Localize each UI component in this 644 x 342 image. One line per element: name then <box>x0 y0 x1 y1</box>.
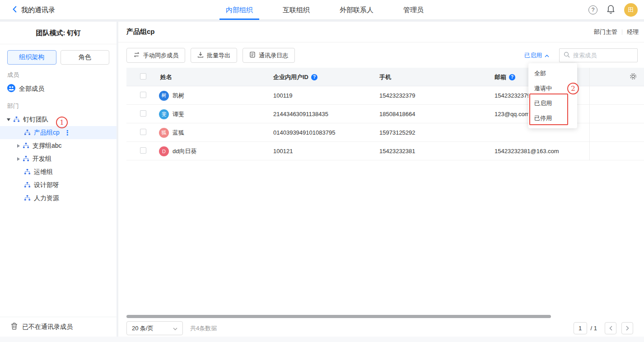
role-tab[interactable]: 角色 <box>61 50 110 65</box>
tree-item-label: 钉钉团队 <box>23 116 48 124</box>
manager-link[interactable]: 经理 <box>627 28 639 36</box>
avatar: 树 <box>159 91 169 101</box>
batch-export-label: 批量导出 <box>207 52 230 60</box>
tree-item-ops-group[interactable]: 运维组 <box>0 165 117 178</box>
tree-item-product-group[interactable]: 产品组cp ⋮ <box>0 126 117 139</box>
table-footer: 20 条/页 共4条数据 / 1 <box>126 321 633 336</box>
tree-item-label: 设计部呀 <box>34 181 59 189</box>
chevron-down-icon <box>173 325 177 332</box>
col-phone: 手机 <box>379 74 391 80</box>
department-icon <box>23 142 29 150</box>
tree-item-label: 支撑组abc <box>33 142 62 150</box>
chevron-up-icon <box>545 52 549 59</box>
page-size-select[interactable]: 20 条/页 <box>126 321 183 335</box>
horizontal-scrollbar[interactable] <box>126 315 551 318</box>
divider <box>622 29 622 35</box>
row-checkbox[interactable] <box>140 110 146 117</box>
member-user-id: 0140393949101083795 <box>273 129 335 136</box>
department-icon <box>24 129 30 136</box>
help-badge-icon[interactable]: ? <box>311 74 317 80</box>
download-icon <box>197 52 204 59</box>
tab-label: 内部组织 <box>226 6 253 14</box>
filter-option-all[interactable]: 全部 <box>528 66 577 81</box>
bottom-gutter <box>0 337 644 342</box>
search-input[interactable] <box>573 52 627 59</box>
avatar: 狐 <box>159 128 169 138</box>
tree-item-support-group[interactable]: 支撑组abc <box>0 139 117 152</box>
member-name: 凯树 <box>173 92 184 100</box>
tree-item-design-dept[interactable]: 设计部呀 <box>0 178 117 192</box>
chevron-left-icon <box>13 6 17 14</box>
more-menu-icon[interactable]: ⋮ <box>64 129 71 137</box>
member-phone: 15423232381 <box>379 148 415 155</box>
tree-item-dingding-team[interactable]: 钉钉团队 <box>0 113 117 126</box>
main-panel: 产品组cp 部门主管 经理 手动同步成员 批量导出 <box>118 22 644 337</box>
tree-item-dev-group[interactable]: 开发组 <box>0 152 117 165</box>
contact-log-button[interactable]: 通讯录日志 <box>243 48 295 63</box>
caret-down-icon[interactable] <box>7 118 10 121</box>
department-icon <box>14 116 19 123</box>
back-label: 我的通讯录 <box>21 6 55 14</box>
dept-manager-link[interactable]: 部门主管 <box>594 28 617 36</box>
member-user-id: 21443463091138435 <box>273 111 328 117</box>
avatar: D <box>159 146 169 156</box>
member-phone: 15973125292 <box>379 129 415 136</box>
next-page-button[interactable] <box>621 322 633 334</box>
tab-connected-org[interactable]: 互联组织 <box>276 0 316 20</box>
topbar-actions: ? 田 <box>588 0 638 20</box>
filter-option-inviting[interactable]: 邀请中 <box>528 81 577 96</box>
page-total-label: / 1 <box>591 325 597 332</box>
member-email: 123@qq.com <box>495 111 530 117</box>
page-size-value: 20 条/页 <box>132 324 154 333</box>
caret-right-icon[interactable] <box>17 157 20 161</box>
batch-export-button[interactable]: 批量导出 <box>191 48 237 63</box>
departments-section-label: 部门 <box>7 102 109 110</box>
help-badge-icon[interactable]: ? <box>509 74 515 80</box>
filter-option-enabled[interactable]: 已启用 <box>528 96 577 111</box>
sidebar-item-all-members[interactable]: 全部成员 <box>0 82 117 96</box>
member-email: 15423232381@163.com <box>495 148 559 155</box>
tab-label: 外部联系人 <box>340 6 373 14</box>
help-icon[interactable]: ? <box>588 5 597 14</box>
tab-internal-org[interactable]: 内部组织 <box>219 0 259 20</box>
tree-item-label: 开发组 <box>33 155 51 163</box>
member-phone: 18508418664 <box>379 111 415 117</box>
status-filter-dropdown[interactable]: 已启用 <box>524 52 549 60</box>
row-checkbox[interactable] <box>140 147 146 154</box>
tab-admin[interactable]: 管理员 <box>397 0 430 20</box>
trash-icon <box>11 323 18 331</box>
row-checkbox[interactable] <box>140 129 146 135</box>
caret-right-icon[interactable] <box>17 144 20 148</box>
not-in-contacts-button[interactable]: 已不在通讯录成员 <box>0 317 117 337</box>
filter-option-disabled[interactable]: 已停用 <box>528 111 577 126</box>
contact-log-label: 通讯录日志 <box>259 52 288 60</box>
department-tree: 钉钉团队 产品组cp ⋮ 支撑组abc 开发组 <box>0 113 117 205</box>
main-header: 产品组cp 部门主管 经理 <box>118 22 644 42</box>
sidebar: 团队模式: 钉钉 组织架构 角色 成员 全部成员 部门 钉钉团队 <box>0 22 117 337</box>
search-icon <box>564 52 570 59</box>
manager-links: 部门主管 经理 <box>594 28 639 36</box>
manual-sync-button[interactable]: 手动同步成员 <box>126 48 185 63</box>
row-checkbox[interactable] <box>140 92 146 98</box>
select-all-checkbox[interactable] <box>140 73 146 80</box>
toolbar-right: 已启用 <box>524 48 638 62</box>
sidebar-toggle: 组织架构 角色 <box>0 44 117 65</box>
page-number-input[interactable] <box>574 322 587 334</box>
member-name: dd向日葵 <box>173 147 196 155</box>
table-row[interactable]: D dd向日葵 100121 15423232381 15423232381@1… <box>126 142 644 160</box>
top-nav-tabs: 内部组织 互联组织 外部联系人 管理员 <box>219 0 430 20</box>
tab-label: 互联组织 <box>283 6 310 14</box>
column-settings-gear-icon[interactable] <box>630 73 637 81</box>
user-avatar[interactable]: 田 <box>624 3 638 17</box>
back-button[interactable]: 我的通讯录 <box>13 0 55 20</box>
all-members-label: 全部成员 <box>19 85 44 93</box>
bell-icon[interactable] <box>607 5 615 15</box>
col-email: 邮箱 <box>495 73 506 81</box>
prev-page-button[interactable] <box>605 322 616 334</box>
org-structure-tab[interactable]: 组织架构 <box>7 50 56 65</box>
member-name: 蓝狐 <box>173 129 184 137</box>
all-members-icon <box>7 84 15 94</box>
tree-item-hr[interactable]: 人力资源 <box>0 192 117 205</box>
status-filter-value: 已启用 <box>524 52 542 60</box>
tab-external-contacts[interactable]: 外部联系人 <box>333 0 380 20</box>
